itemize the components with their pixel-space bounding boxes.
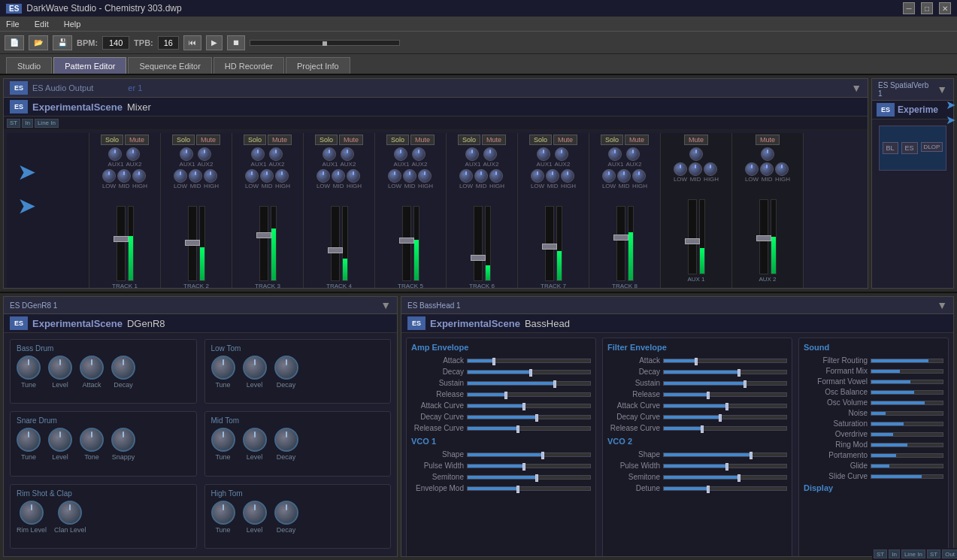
rim-level-knob[interactable] [20,501,44,525]
aux1-mute[interactable]: Mute [684,135,708,145]
s-ringmod-slider[interactable] [871,443,943,447]
t2-high[interactable] [204,169,217,183]
vco2-semi-slider[interactable] [663,475,787,480]
ax2-fader[interactable] [759,199,768,274]
t7-high[interactable] [561,169,574,183]
spatialverb-close[interactable]: ▼ [937,83,947,95]
t3-a1[interactable] [251,147,265,161]
filt-atkcurve-slider[interactable] [663,404,787,408]
vco1-envmod-slider[interactable] [467,486,591,491]
s-slidecurve-slider[interactable] [871,474,943,479]
t3-fader[interactable] [259,206,268,281]
t8-mute[interactable]: Mute [625,135,649,145]
t5-solo[interactable]: Solo [386,135,409,145]
sv-btn-bl[interactable]: BL [883,142,898,154]
ax1-fader[interactable] [688,199,697,274]
toolbar-open[interactable]: 📂 [29,35,48,50]
t7-solo[interactable]: Solo [529,135,552,145]
s-formantvowel-slider[interactable] [871,380,943,384]
mixer-close-button[interactable]: ▼ [851,82,862,94]
t8-a1[interactable] [608,147,622,161]
lowtom-level-knob[interactable] [243,356,267,380]
close-button[interactable]: ✕ [939,2,951,14]
dgenr8-close[interactable]: ▼ [380,299,391,311]
transport-play[interactable]: ▶ [206,35,223,50]
t6-high[interactable] [489,169,503,183]
t3-high[interactable] [275,169,289,183]
t3-low[interactable] [245,169,259,183]
t8-a2[interactable] [626,147,640,161]
hightom-level-knob[interactable] [243,501,267,525]
t5-low[interactable] [388,169,401,183]
lowtom-decay-knob[interactable] [274,356,298,380]
transport-position[interactable] [250,40,400,46]
t8-solo[interactable]: Solo [601,135,623,145]
t2-fader[interactable] [188,206,197,281]
ax2-a1[interactable] [761,147,774,161]
clap-level-knob[interactable] [58,501,82,525]
ax1-high[interactable] [704,162,717,176]
bass-attack-knob[interactable] [80,356,104,380]
t2-low[interactable] [174,169,187,183]
t5-a1[interactable] [394,147,407,161]
s-saturation-slider[interactable] [871,422,943,426]
midtom-tune-knob[interactable] [211,428,235,452]
t4-high[interactable] [347,169,360,183]
snare-tune-knob[interactable] [17,428,41,452]
t4-a1[interactable] [323,147,336,161]
t8-high[interactable] [632,169,646,183]
t3-mute[interactable]: Mute [268,135,292,145]
ax1-mid[interactable] [689,162,702,176]
s-formantmix-slider[interactable] [871,369,943,374]
io-st1[interactable]: ST [7,119,20,128]
t5-high[interactable] [418,169,432,183]
track1-aux2-knob[interactable] [126,147,140,161]
t7-mute[interactable]: Mute [553,135,577,145]
t6-a2[interactable] [483,147,497,161]
track2-solo[interactable]: Solo [172,135,195,145]
t7-a1[interactable] [537,147,550,161]
track2-mute[interactable]: Mute [196,135,220,145]
sv-st2[interactable]: ST [927,549,940,558]
bpm-input[interactable] [102,36,129,50]
s-oscvolume-slider[interactable] [871,401,943,405]
t5-fader[interactable] [402,206,411,281]
amp-release-slider[interactable] [467,392,591,397]
sv-in[interactable]: In [889,549,900,558]
t3-a2[interactable] [269,147,283,161]
vco1-pw-slider[interactable] [467,464,591,468]
sv-line[interactable]: Line In [901,549,925,558]
s-noise-slider[interactable] [871,411,943,416]
minimize-button[interactable]: ─ [903,2,915,14]
bass-tune-knob[interactable] [17,356,41,380]
t7-low[interactable] [531,169,544,183]
bass-decay-knob[interactable] [111,356,135,380]
t5-mute[interactable]: Mute [410,135,435,145]
vco1-shape-slider[interactable] [467,453,591,457]
amp-relcurve-slider[interactable] [467,426,591,431]
t2-a1[interactable] [180,147,193,161]
track1-aux1-knob[interactable] [108,147,122,161]
t4-a2[interactable] [341,147,354,161]
sv-out[interactable]: Out [942,549,957,558]
vco2-shape-slider[interactable] [663,453,787,457]
tab-studio[interactable]: Studio [6,57,52,74]
titlebar-controls[interactable]: ─ □ ✕ [903,2,951,14]
t3-mid[interactable] [260,169,274,183]
aux2-mute[interactable]: Mute [756,135,780,145]
t6-low[interactable] [459,169,473,183]
track1-mid-knob[interactable] [117,169,131,183]
s-portamento-slider[interactable] [871,453,943,458]
basshead-close[interactable]: ▼ [937,299,947,311]
filt-release-slider[interactable] [663,392,787,397]
track1-solo[interactable]: Solo [101,135,123,145]
t6-a1[interactable] [465,147,479,161]
ax2-high[interactable] [775,162,789,176]
t2-a2[interactable] [198,147,211,161]
transport-rewind[interactable]: ⏮ [183,35,201,50]
menu-help[interactable]: Help [61,20,84,29]
t3-solo[interactable]: Solo [244,135,266,145]
sv-btn-es[interactable]: ES [901,142,918,154]
lowtom-tune-knob[interactable] [211,356,235,380]
t4-mute[interactable]: Mute [339,135,363,145]
